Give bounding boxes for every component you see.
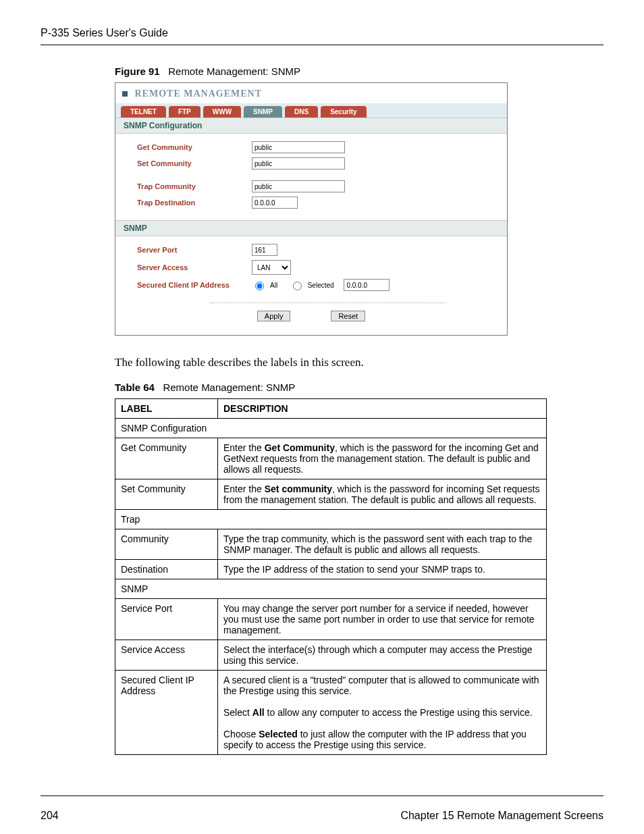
tab-row: TELNET FTP WWW SNMP DNS Security [115, 103, 507, 118]
document-header: P-335 Series User's Guide [41, 27, 603, 45]
table-row: Trap [115, 510, 547, 529]
tab-security[interactable]: Security [321, 106, 366, 118]
cell-label: SNMP [115, 579, 547, 599]
cell-description: A secured client is a "trusted" computer… [218, 671, 547, 755]
table-title: Remote Management: SNMP [163, 382, 295, 393]
cell-label: Get Community [115, 438, 218, 479]
figure-title: Remote Management: SNMP [168, 66, 300, 77]
cell-description: Enter the Set community, which is the pa… [218, 479, 547, 510]
label-get-community: Get Community [137, 143, 252, 151]
tab-snmp[interactable]: SNMP [244, 106, 282, 118]
cell-label: Service Access [115, 640, 218, 671]
th-label: LABEL [115, 399, 218, 419]
label-trap-destination: Trap Destination [137, 199, 252, 207]
cell-label: Secured Client IP Address [115, 671, 218, 755]
table-row: Get CommunityEnter the Get Community, wh… [115, 438, 547, 479]
page-number: 204 [41, 810, 59, 822]
description-table: LABEL DESCRIPTION SNMP ConfigurationGet … [115, 398, 547, 755]
table-row: SNMP Configuration [115, 419, 547, 438]
reset-button[interactable]: Reset [331, 311, 365, 321]
select-server-access[interactable]: LAN [252, 260, 291, 275]
bullet-icon [122, 91, 128, 97]
input-secured-ip[interactable] [344, 279, 390, 291]
tab-telnet[interactable]: TELNET [121, 106, 166, 118]
screenshot-panel: REMOTE MANAGEMENT TELNET FTP WWW SNMP DN… [115, 82, 508, 336]
cell-label: Community [115, 529, 218, 560]
label-set-community: Set Community [137, 159, 252, 167]
tab-ftp[interactable]: FTP [169, 106, 200, 118]
cell-label: SNMP Configuration [115, 419, 547, 438]
input-trap-community[interactable] [252, 180, 345, 192]
input-server-port[interactable] [252, 244, 277, 256]
cell-description: You may change the server port number fo… [218, 599, 547, 640]
tab-dns[interactable]: DNS [285, 106, 318, 118]
table-label: Table 64 [115, 382, 155, 393]
table-row: SNMP [115, 579, 547, 599]
label-server-port: Server Port [137, 246, 252, 254]
figure-label: Figure 91 [115, 66, 160, 77]
radio-all[interactable] [255, 282, 264, 290]
input-set-community[interactable] [252, 157, 345, 170]
table-row: Service AccessSelect the interface(s) th… [115, 640, 547, 671]
section-snmp-config: SNMP Configuration [115, 118, 507, 134]
panel-title: REMOTE MANAGEMENT [115, 83, 507, 103]
radio-selected-label: Selected [308, 282, 334, 289]
cell-label: Destination [115, 560, 218, 579]
table-row: DestinationType the IP address of the st… [115, 560, 547, 579]
tab-www[interactable]: WWW [203, 106, 241, 118]
cell-description: Type the IP address of the station to se… [218, 560, 547, 579]
intro-paragraph: The following table describes the labels… [115, 356, 603, 369]
cell-description: Type the trap community, which is the pa… [218, 529, 547, 560]
section-snmp: SNMP [115, 220, 507, 236]
label-trap-community: Trap Community [137, 182, 252, 190]
input-get-community[interactable] [252, 141, 345, 153]
table-row: Secured Client IP AddressA secured clien… [115, 671, 547, 755]
table-row: Service PortYou may change the server po… [115, 599, 547, 640]
table-caption: Table 64 Remote Management: SNMP [41, 382, 603, 393]
apply-button[interactable]: Apply [257, 311, 291, 321]
cell-description: Select the interface(s) through which a … [218, 640, 547, 671]
radio-selected[interactable] [293, 282, 302, 290]
cell-label: Service Port [115, 599, 218, 640]
cell-label: Set Community [115, 479, 218, 510]
figure-caption: Figure 91 Remote Management: SNMP [41, 66, 603, 77]
table-row: CommunityType the trap community, which … [115, 529, 547, 560]
label-secured-ip: Secured Client IP Address [137, 281, 252, 289]
radio-all-label: All [270, 282, 277, 289]
label-server-access: Server Access [137, 263, 252, 271]
input-trap-destination[interactable] [252, 197, 298, 209]
cell-label: Trap [115, 510, 547, 529]
chapter-title: Chapter 15 Remote Management Screens [400, 810, 603, 822]
th-description: DESCRIPTION [218, 399, 547, 419]
cell-description: Enter the Get Community, which is the pa… [218, 438, 547, 479]
table-row: Set CommunityEnter the Set community, wh… [115, 479, 547, 510]
